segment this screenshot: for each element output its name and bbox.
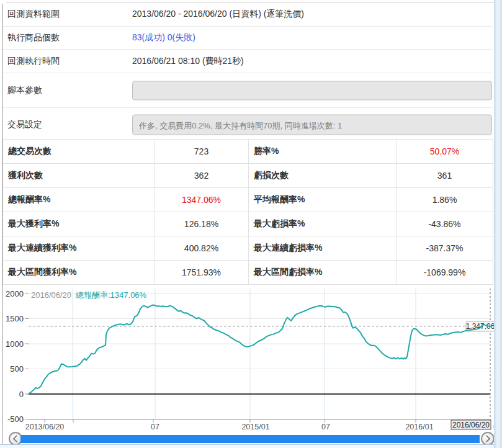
stat-value: 723 xyxy=(155,140,249,164)
stat-label: 虧損次數 xyxy=(249,164,397,188)
x-axis-end-label: 2016/06/20 xyxy=(452,421,490,429)
stat-value: -1069.99% xyxy=(397,261,493,285)
backtest-stats-table: 總交易次數723勝率%50.07%獲利次數362虧損次數361總報酬率%1347… xyxy=(2,139,493,285)
info-row-label: 交易設定 xyxy=(7,119,42,130)
chart-legend-date: 2016/06/20 xyxy=(31,290,71,300)
equity-curve-chart[interactable]: 2000150010005000-5002013/06/20072015/010… xyxy=(0,282,494,434)
info-row-value xyxy=(132,81,492,100)
backtest-info-table: 回測資料範圍2013/06/20 - 2016/06/20 (日資料) (逐筆洗… xyxy=(2,2,493,141)
stats-row: 最大獲利率%126.18%最大虧損率%-43.86% xyxy=(3,212,493,236)
script-params-input xyxy=(132,81,492,100)
info-row-value: 2013/06/20 - 2016/06/20 (日資料) (逐筆洗價) xyxy=(132,9,304,20)
info-row-label: 回測資料範圍 xyxy=(7,9,60,20)
chart-legend-series: 總報酬率:1347.06% xyxy=(75,290,147,300)
x-axis-label: 2016/01 xyxy=(405,423,433,431)
info-row-backtest-data-range: 回測資料範圍2013/06/20 - 2016/06/20 (日資料) (逐筆洗… xyxy=(2,2,493,27)
chart-scrollbar-thumb[interactable] xyxy=(20,435,480,443)
vertical-scrollbar-track[interactable] xyxy=(494,0,502,448)
info-row-label: 腳本參數 xyxy=(7,85,42,96)
y-axis-label: 1500 xyxy=(6,314,24,323)
x-axis-label: 07 xyxy=(151,423,159,431)
stat-value: 1.86% xyxy=(397,188,493,212)
stat-value: -43.86% xyxy=(397,212,493,236)
chevron-left-icon xyxy=(11,434,20,443)
stat-label: 平均報酬率% xyxy=(249,188,397,212)
y-axis-label: 500 xyxy=(10,364,24,374)
stat-label: 最大區間獲利率% xyxy=(3,261,155,285)
chevron-right-icon xyxy=(483,434,492,443)
stat-label: 總交易次數 xyxy=(3,140,155,164)
stat-label: 最大獲利率% xyxy=(3,212,155,236)
stat-value: 361 xyxy=(397,164,493,188)
stat-value: 1751.93% xyxy=(155,261,249,285)
stat-label: 最大區間虧損率% xyxy=(249,261,397,285)
info-row-trade-settings: 交易設定作多, 交易費用0.2%, 最大持有時間70期, 同時進場次數: 1 xyxy=(2,108,493,141)
y-axis-label: 0 xyxy=(19,390,24,399)
backtest-data-range-value: 2013/06/20 - 2016/06/20 (日資料) (逐筆洗價) xyxy=(132,9,304,19)
execution-time-value: 2016/06/21 08:10 (費時21秒) xyxy=(132,56,244,66)
info-row-value: 2016/06/21 08:10 (費時21秒) xyxy=(132,56,244,67)
stat-value: -387.37% xyxy=(397,236,493,261)
stats-row: 獲利次數362虧損次數361 xyxy=(3,164,493,188)
info-row-label: 回測執行時間 xyxy=(7,56,60,67)
executed-products-value[interactable]: 83(成功) 0(失敗) xyxy=(132,32,195,42)
y-axis-label: 2000 xyxy=(6,289,24,298)
stat-value: 362 xyxy=(155,164,249,188)
info-row-script-params: 腳本參數 xyxy=(2,73,493,108)
stat-label: 總報酬率% xyxy=(3,188,155,212)
stat-value: 50.07% xyxy=(397,140,493,164)
trade-settings-input: 作多, 交易費用0.2%, 最大持有時間70期, 同時進場次數: 1 xyxy=(132,114,492,135)
info-row-value: 作多, 交易費用0.2%, 最大持有時間70期, 同時進場次數: 1 xyxy=(132,114,492,135)
stats-row: 最大連續獲利率%400.82%最大連續虧損率%-387.37% xyxy=(3,236,493,261)
stat-label: 最大連續獲利率% xyxy=(3,236,155,261)
backtest-report-page: 回測資料範圍2013/06/20 - 2016/06/20 (日資料) (逐筆洗… xyxy=(0,0,502,448)
info-row-label: 執行商品個數 xyxy=(7,32,60,43)
info-row-execution-time: 回測執行時間2016/06/21 08:10 (費時21秒) xyxy=(2,50,493,73)
stat-label: 勝率% xyxy=(249,140,397,164)
bottom-strip xyxy=(0,444,494,448)
y-axis-label: -500 xyxy=(7,414,24,424)
stats-row: 最大區間獲利率%1751.93%最大區間虧損率%-1069.99% xyxy=(3,261,493,285)
stat-value: 400.82% xyxy=(155,236,249,261)
stat-label: 獲利次數 xyxy=(3,164,155,188)
stat-label: 最大連續虧損率% xyxy=(249,236,397,261)
x-axis-label: 2015/01 xyxy=(241,423,269,431)
stat-label: 最大虧損率% xyxy=(249,212,397,236)
stats-row: 總交易次數723勝率%50.07% xyxy=(3,140,493,164)
info-row-executed-products: 執行商品個數83(成功) 0(失敗) xyxy=(2,27,493,50)
info-row-value: 83(成功) 0(失敗) xyxy=(132,32,195,43)
scroll-right-button[interactable] xyxy=(481,432,495,446)
x-axis-label: 2013/06/20 xyxy=(25,423,65,431)
stat-value: 1347.06% xyxy=(155,188,249,212)
series-line xyxy=(29,305,490,394)
stat-value: 126.18% xyxy=(155,212,249,236)
stats-row: 總報酬率%1347.06%平均報酬率%1.86% xyxy=(3,188,493,212)
x-axis-label: 07 xyxy=(321,423,330,431)
y-axis-label: 1000 xyxy=(6,339,24,349)
